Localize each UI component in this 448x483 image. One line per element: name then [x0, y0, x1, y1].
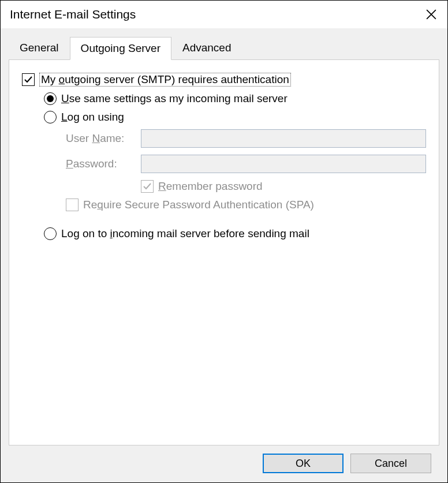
same-settings-row: Use same settings as my incoming mail se…: [44, 92, 426, 105]
username-label: User Name:: [66, 132, 141, 145]
remember-password-row: Remember password: [141, 180, 426, 193]
close-button[interactable]: [422, 5, 440, 24]
tab-general[interactable]: General: [9, 36, 70, 59]
spa-row: Require Secure Password Authentication (…: [66, 199, 426, 211]
incoming-before-send-row: Log on to incoming mail server before se…: [44, 227, 426, 240]
tab-outgoing-server[interactable]: Outgoing Server: [70, 37, 171, 60]
dialog-title: Internet E-mail Settings: [10, 8, 136, 21]
smtp-auth-label[interactable]: My outgoing server (SMTP) requires authe…: [39, 73, 291, 87]
cancel-button[interactable]: Cancel: [350, 454, 431, 473]
smtp-auth-checkbox[interactable]: [22, 73, 35, 86]
spa-label[interactable]: Require Secure Password Authentication (…: [83, 199, 314, 211]
remember-password-label[interactable]: Remember password: [158, 180, 263, 193]
close-icon: [426, 9, 436, 20]
radio-dot-icon: [47, 95, 54, 102]
incoming-before-send-radio[interactable]: [44, 227, 57, 240]
password-label: Password:: [66, 158, 141, 170]
username-input[interactable]: [141, 129, 426, 148]
button-bar: OK Cancel: [9, 445, 439, 482]
check-icon: [143, 182, 152, 191]
check-icon: [24, 75, 33, 84]
tab-strip: General Outgoing Server Advanced: [9, 36, 439, 59]
titlebar: Internet E-mail Settings: [1, 1, 447, 28]
tab-panel-outgoing: My outgoing server (SMTP) requires authe…: [9, 59, 439, 445]
incoming-before-send-label[interactable]: Log on to incoming mail server before se…: [61, 227, 309, 240]
logon-using-row: Log on using: [44, 111, 426, 123]
same-settings-radio[interactable]: [44, 92, 57, 105]
remember-password-checkbox[interactable]: [141, 180, 154, 193]
password-row: Password:: [66, 155, 426, 173]
email-settings-dialog: Internet E-mail Settings General Outgoin…: [0, 0, 448, 483]
username-row: User Name:: [66, 129, 426, 148]
same-settings-label[interactable]: Use same settings as my incoming mail se…: [61, 92, 288, 105]
smtp-auth-row: My outgoing server (SMTP) requires authe…: [22, 73, 426, 87]
spa-checkbox[interactable]: [66, 199, 79, 211]
logon-using-label[interactable]: Log on using: [61, 111, 124, 123]
ok-button[interactable]: OK: [263, 454, 344, 473]
logon-using-radio[interactable]: [44, 111, 57, 123]
tab-advanced[interactable]: Advanced: [171, 36, 242, 59]
password-input[interactable]: [141, 155, 426, 173]
content-area: General Outgoing Server Advanced My outg…: [1, 28, 447, 482]
